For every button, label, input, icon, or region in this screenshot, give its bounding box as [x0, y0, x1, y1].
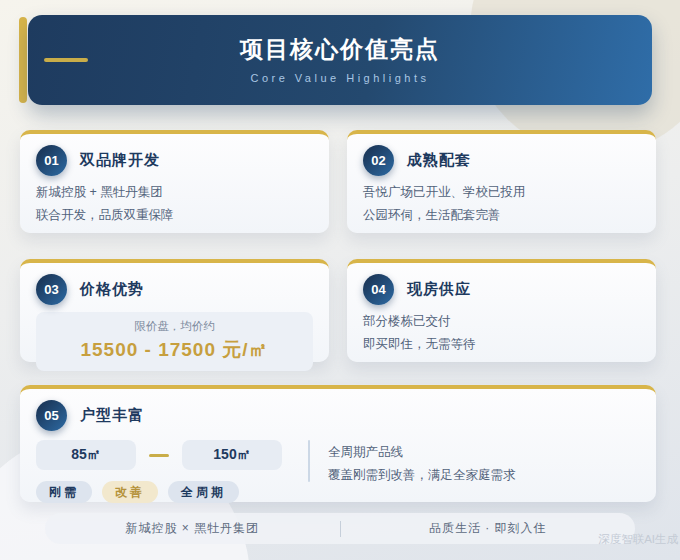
card-text-line: 公园环伺，生活配套完善 — [363, 204, 640, 227]
card-text-line: 即买即住，无需等待 — [363, 333, 640, 356]
area-max-box: 150㎡ — [182, 440, 282, 470]
page-subtitle: Core Value Highlights — [28, 72, 652, 84]
footer-slogan: 品质生活 · 即刻入住 — [341, 520, 636, 537]
vertical-divider — [308, 440, 310, 482]
header-gold-dash — [44, 58, 88, 62]
price-box: 限价盘，均价约 15500 - 17500 元/㎡ — [36, 312, 313, 371]
tag-rigid-demand: 刚需 — [36, 481, 92, 503]
footer-developers: 新城控股 × 黑牡丹集团 — [45, 520, 340, 537]
tag-full-cycle: 全周期 — [168, 481, 239, 503]
tags-row: 刚需 改善 全周期 — [36, 481, 282, 503]
price-value: 15500 - 17500 元/㎡ — [46, 337, 303, 363]
card-body: 部分楼栋已交付 即买即住，无需等待 — [363, 310, 640, 356]
area-range-row: 85㎡ 150㎡ — [36, 440, 282, 470]
range-dash — [149, 454, 169, 457]
card-body: 85㎡ 150㎡ 刚需 改善 全周期 全周期产品线 覆盖刚需到改善，满足全家庭需… — [36, 440, 640, 503]
footer-bar: 新城控股 × 黑牡丹集团 品质生活 · 即刻入住 — [45, 513, 635, 544]
card-text-block: 全周期产品线 覆盖刚需到改善，满足全家庭需求 — [328, 440, 516, 486]
card-body: 吾悦广场已开业、学校已投用 公园环伺，生活配套完善 — [363, 181, 640, 227]
card-title: 成熟配套 — [407, 151, 471, 170]
card-header: 03 价格优势 — [36, 274, 313, 305]
card-text-line: 吾悦广场已开业、学校已投用 — [363, 181, 640, 204]
number-badge: 04 — [363, 274, 394, 305]
card-mature-amenities: 02 成熟配套 吾悦广场已开业、学校已投用 公园环伺，生活配套完善 — [347, 130, 656, 233]
area-range-and-tags: 85㎡ 150㎡ 刚需 改善 全周期 — [36, 440, 282, 503]
card-header: 05 户型丰富 — [36, 400, 640, 431]
card-title: 户型丰富 — [80, 406, 144, 425]
card-body: 新城控股 + 黑牡丹集团 联合开发，品质双重保障 — [36, 181, 313, 227]
card-text-line: 全周期产品线 — [328, 441, 516, 464]
card-text-line: 覆盖刚需到改善，满足全家庭需求 — [328, 464, 516, 487]
number-badge: 01 — [36, 145, 67, 176]
header-gold-accent-bar — [19, 17, 27, 103]
ai-watermark: 深度智联AI生成 — [598, 532, 678, 547]
card-title: 现房供应 — [407, 280, 471, 299]
header: 项目核心价值亮点 Core Value Highlights — [19, 15, 652, 105]
card-title: 双品牌开发 — [80, 151, 160, 170]
card-text-line: 新城控股 + 黑牡丹集团 — [36, 181, 313, 204]
card-price-advantage: 03 价格优势 限价盘，均价约 15500 - 17500 元/㎡ — [20, 259, 329, 362]
number-badge: 02 — [363, 145, 394, 176]
card-dual-brand: 01 双品牌开发 新城控股 + 黑牡丹集团 联合开发，品质双重保障 — [20, 130, 329, 233]
number-badge: 03 — [36, 274, 67, 305]
number-badge: 05 — [36, 400, 67, 431]
card-title: 价格优势 — [80, 280, 144, 299]
page: 项目核心价值亮点 Core Value Highlights 01 双品牌开发 … — [0, 0, 680, 560]
page-title: 项目核心价值亮点 — [28, 15, 652, 65]
card-text-line: 部分楼栋已交付 — [363, 310, 640, 333]
card-header: 02 成熟配套 — [363, 145, 640, 176]
card-text-line: 联合开发，品质双重保障 — [36, 204, 313, 227]
card-header: 01 双品牌开发 — [36, 145, 313, 176]
card-header: 04 现房供应 — [363, 274, 640, 305]
area-min-box: 85㎡ — [36, 440, 136, 470]
card-ready-homes: 04 现房供应 部分楼栋已交付 即买即住，无需等待 — [347, 259, 656, 362]
price-label: 限价盘，均价约 — [46, 319, 303, 334]
card-floorplan-variety: 05 户型丰富 85㎡ 150㎡ 刚需 改善 全周期 全周期产品线 覆盖刚需到改… — [20, 385, 656, 502]
header-banner: 项目核心价值亮点 Core Value Highlights — [28, 15, 652, 105]
tag-upgrade: 改善 — [102, 481, 158, 503]
